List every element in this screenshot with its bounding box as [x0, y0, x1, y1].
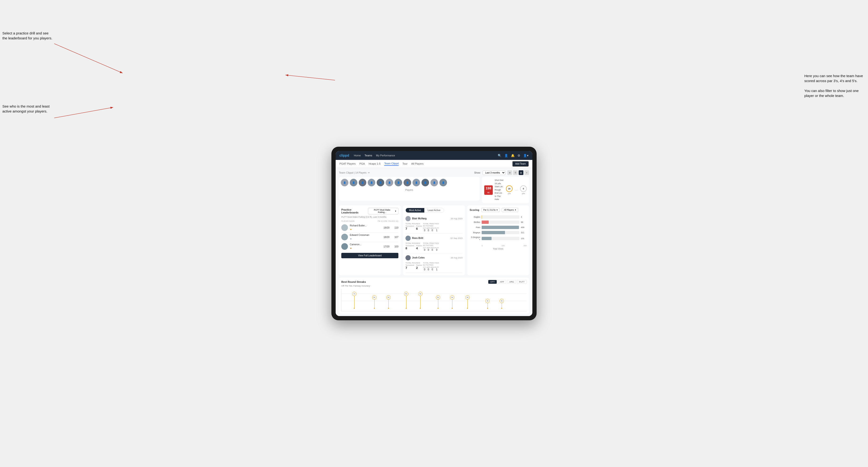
bell-icon[interactable]: 🔔 — [511, 154, 515, 157]
filter-putt[interactable]: PUTT — [517, 280, 527, 284]
yds-right-label: yds — [522, 192, 525, 195]
lb-avatar-1 — [341, 224, 348, 231]
lb-name-3: Cameron... — [350, 243, 379, 246]
player-avatar[interactable]: 👤 — [422, 179, 429, 186]
filter-arg[interactable]: ARG — [507, 280, 516, 284]
lb-score-1: 19/20 — [381, 226, 390, 229]
leaderboard-row-3: Cameron... ★ 17/20 103 — [341, 242, 398, 251]
player-avatar[interactable]: 👤 — [341, 179, 348, 186]
player-avatar[interactable]: 👤 — [404, 179, 411, 186]
filter-app[interactable]: APP — [498, 280, 506, 284]
scoring-player-filter[interactable]: All Players ▾ — [502, 208, 518, 212]
total-rounds-label-2: Total Rounds — [405, 242, 422, 244]
practice-val-3: 2 — [416, 266, 422, 270]
sub-nav-tour[interactable]: Tour — [402, 162, 407, 165]
bar-track-bogeys — [482, 231, 519, 234]
player-avatar[interactable]: 👤 — [350, 179, 357, 186]
rounds-grid-1: Total Rounds Tournament 7 Practice 6 — [405, 223, 463, 231]
yds-left-circle: 16 — [506, 185, 513, 192]
edit-icon[interactable]: ✏ — [368, 172, 370, 174]
yds-circles: 16 yds — 0 yds — [506, 185, 527, 195]
player-mini-avatar-1 — [405, 216, 411, 221]
player-avatar[interactable]: 👤 — [385, 179, 393, 186]
activity-date-1: 26 Aug 2023 — [451, 217, 463, 220]
sub-nav-pga[interactable]: PGA — [360, 162, 365, 165]
total-practice-label-1: Total Practice Activities — [423, 223, 439, 227]
lb-avatar-2 — [341, 234, 348, 240]
team-header: Team Clippd | 14 Players ✏ Show: Last 3 … — [339, 170, 529, 175]
activity-item-1-header: Blair McHarg 26 Aug 2023 — [405, 216, 463, 221]
nav-home[interactable]: Home — [354, 154, 361, 157]
lb-avg-1: 110 — [391, 226, 398, 229]
total-practice-label-3: Total Practice Activities — [423, 262, 439, 266]
player-avatar[interactable]: 👤 — [431, 179, 438, 186]
player-avatar[interactable]: 👤 — [439, 179, 447, 186]
players-label: Players — [341, 189, 478, 191]
lb-avg-2: 107 — [391, 236, 398, 239]
add-team-button[interactable]: Add Team — [512, 161, 529, 166]
nav-teams[interactable]: Teams — [365, 154, 372, 157]
medal-bronze-3: ★ — [350, 247, 352, 250]
sub-nav-hcaps[interactable]: Hcaps 1-5 — [369, 162, 380, 165]
search-icon[interactable]: 🔍 — [498, 154, 501, 157]
leaderboard-title: Practice Leaderboards — [341, 208, 368, 214]
sub-nav-pgat[interactable]: PGAT Players — [339, 162, 356, 165]
view-full-leaderboard-button[interactable]: View Full Leaderboard — [341, 253, 398, 258]
show-select[interactable]: Last 3 months Last month Last 6 months L… — [483, 170, 505, 175]
navbar: clippd Home Teams My Performance 🔍 👤 🔔 ⚙… — [336, 151, 532, 160]
bar-value-dbogeys: 131 — [521, 237, 527, 240]
settings-icon[interactable]: ⚙ — [518, 154, 520, 157]
player-avatar[interactable]: 👤 — [377, 179, 384, 186]
toggle-group: Most Active Least Active — [405, 208, 444, 213]
nav-links: Home Teams My Performance — [354, 154, 395, 157]
bar-row-dbogeys: D.Bogeys + 131 — [470, 236, 527, 241]
bar-label-bogeys: Bogeys — [470, 231, 480, 234]
shot-details: Shot Dist: 16 yds Start Lie: Rough End L… — [495, 179, 504, 201]
lb-avatar-3 — [341, 243, 348, 250]
player-avatar[interactable]: 👤 — [359, 179, 366, 186]
svg-line-1 — [54, 107, 113, 118]
leaderboard-subtitle: PUTT Must Make Putting (3-6 ft), Last 3 … — [341, 216, 398, 218]
bar-label-birdies: Birdies — [470, 221, 480, 223]
bar-label-pars: Pars — [470, 226, 480, 228]
sub-nav-team-clippd[interactable]: Team Clippd — [384, 162, 399, 166]
player-avatar[interactable]: 👤 — [368, 179, 375, 186]
player-avatar[interactable]: 👤 — [412, 179, 420, 186]
player-mini-avatar-3 — [405, 255, 411, 260]
leaderboard-card-header: Practice Leaderboards PUTT Must Make Put… — [341, 208, 398, 214]
card-view-icon[interactable]: ▤ — [519, 170, 523, 175]
people-icon[interactable]: 👤 — [504, 154, 508, 157]
show-filter: Show: Last 3 months Last month Last 6 mo… — [474, 170, 529, 175]
svg-line-0 — [54, 44, 123, 73]
least-active-toggle[interactable]: Least Active — [424, 208, 444, 213]
filter-ott[interactable]: OTT — [488, 280, 497, 284]
scoring-par-filter[interactable]: Par 3, 4 & 5s ▾ — [481, 208, 500, 212]
annotation-top-right: Here you can see how the team have score… — [804, 68, 866, 98]
grid-view-icon[interactable]: ⊞ — [507, 170, 512, 175]
bar-track-dbogeys — [482, 237, 519, 240]
list-view-icon[interactable]: ☰ — [513, 170, 518, 175]
user-avatar-icon[interactable]: 👤▾ — [523, 154, 529, 157]
annotation-top-left: Select a practice drill and see the lead… — [2, 31, 54, 40]
leaderboard-row-1: Richard Butler... ★ 19/20 110 — [341, 223, 398, 232]
drill-dropdown[interactable]: PUTT Must Make Putting... ▾ — [368, 208, 398, 214]
player-info-2: Rees Britt — [405, 236, 423, 241]
bar-row-eagles: Eagles 3 — [470, 215, 527, 219]
col-score-label: PB SCORE — [378, 220, 387, 222]
bar-label-eagles: Eagles — [470, 216, 480, 218]
activity-card-header: Most Active Least Active — [405, 208, 463, 213]
total-shots-label: Total Shots — [470, 248, 527, 250]
view-icons: ⊞ ☰ ▤ ≡ — [507, 170, 529, 175]
main-content: Team Clippd | 14 Players ✏ Show: Last 3 … — [336, 168, 532, 316]
bar-value-eagles: 3 — [521, 216, 527, 218]
table-view-icon[interactable]: ≡ — [524, 170, 529, 175]
player-avatar[interactable]: 👤 — [395, 179, 402, 186]
scoring-header: Scoring Par 3, 4 & 5s ▾ All Players ▾ — [470, 208, 527, 212]
scoring-card: Scoring Par 3, 4 & 5s ▾ All Players ▾ Ea… — [467, 206, 529, 275]
nav-my-performance[interactable]: My Performance — [376, 154, 395, 157]
sub-nav-all-players[interactable]: All Players — [411, 162, 424, 165]
bar-chart: Eagles 3 Birdies 96 — [470, 214, 527, 244]
most-active-toggle[interactable]: Most Active — [406, 208, 424, 213]
bar-row-pars: Pars 499 — [470, 226, 527, 229]
yds-left-label: yds — [508, 192, 511, 195]
